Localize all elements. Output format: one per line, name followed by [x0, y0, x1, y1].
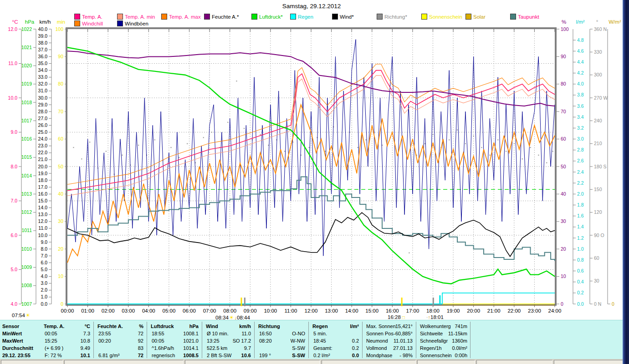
axis-tick-label: 24.0: [38, 136, 48, 142]
table-cell-value: O-NO: [258, 331, 305, 338]
axis-tick-label: 32.0: [38, 81, 48, 86]
info-value: 27.01.13: [366, 345, 413, 352]
x-axis-label: 24:00: [548, 308, 562, 313]
axis-tick-label: 3.0: [41, 280, 47, 286]
axis-tick-label: 0: [612, 301, 614, 307]
table-cell-value: 92: [97, 338, 143, 345]
axis-tick-label: 1013: [21, 191, 32, 197]
series-richtung-dot: [465, 143, 466, 144]
x-axis-label: 04:00: [142, 308, 155, 313]
series-richtung-dot: [497, 139, 498, 140]
table-separator: [470, 322, 470, 358]
axis-header-min: min: [57, 19, 66, 25]
axis-tick-label: 15.0: [38, 198, 48, 203]
axis-tick-label: 2.6: [577, 158, 584, 163]
axis-header-l-m: l/m²: [576, 19, 584, 25]
axis-tick-label: 1020: [21, 63, 32, 68]
series-richtung-dot: [106, 151, 107, 152]
axis-tick-label: 7.0: [10, 198, 17, 203]
x-axis-label: 00:00: [61, 308, 74, 313]
table-cell-value: [312, 331, 359, 338]
x-axis-label: 22:00: [507, 308, 521, 313]
axis-tick-label: 11.0: [38, 225, 47, 231]
table-col-unit: km/h: [206, 324, 251, 330]
axis-tick-label: 28.0: [38, 109, 48, 114]
x-axis-label: 12:00: [305, 308, 318, 313]
axis-tick-label: 40.0: [38, 26, 48, 32]
axis-tick-label: 60: [58, 136, 63, 142]
series-richtung-dot: [227, 122, 228, 123]
axis-tick-label: 6.0: [10, 233, 17, 238]
axis-tick-label: 10: [561, 273, 566, 279]
window-right-border: [623, 0, 629, 364]
table-cell-value: S-SW: [258, 353, 305, 359]
axis-header-: %: [562, 19, 566, 25]
event-tick: [244, 298, 245, 306]
info-value: 15,421°: [366, 324, 413, 330]
axis-tick-label: 90: [58, 54, 63, 59]
table-cell-value: 72: [97, 331, 143, 338]
axis-tick-label: 30: [561, 218, 566, 224]
x-axis-label: 14:00: [345, 308, 358, 313]
status-bar: [0, 359, 623, 364]
axis-tick-label: 60: [594, 255, 599, 261]
weather-chart: 00:0001:0002:0003:0004:0005:0006:0007:00…: [0, 0, 629, 323]
sunset-annotation: 16:28□: [388, 314, 405, 320]
axis-tick-label: 0.4: [577, 279, 584, 284]
x-axis-label: 03:00: [122, 308, 135, 313]
axis-header-km-h: km/h: [40, 19, 51, 25]
axis-tick-label: 90 O: [594, 233, 604, 238]
axis-tick-label: 100: [55, 26, 63, 32]
axis-tick-label: 1018: [21, 100, 32, 105]
axis-tick-label: 1009: [21, 264, 32, 270]
series-richtung-dot: [325, 151, 326, 152]
info-value: 0.0l/m²: [420, 345, 467, 352]
axis-tick-label: 0: [61, 301, 63, 307]
axis-tick-label: 4.2: [577, 70, 584, 76]
axis-tick-label: 1022: [21, 26, 32, 32]
series-richtung-dot: [179, 157, 179, 158]
axis-tick-label: 50: [561, 164, 566, 169]
moonrise-annotation: ▫↑18:01: [426, 314, 444, 320]
series-richtung-dot: [530, 147, 531, 148]
axis-tick-label: 0 N: [594, 301, 601, 307]
series-richtung-dot: [236, 81, 237, 81]
table-row-label: Durchschnitt: [2, 345, 41, 352]
table-cell-value: 11.0: [206, 331, 251, 338]
axis-tick-label: 9.0: [41, 239, 47, 245]
info-value: 11.01.13: [366, 338, 413, 345]
axis-tick-label: 36.0: [38, 54, 48, 59]
axis-tick-label: 6.0: [41, 260, 47, 265]
x-axis-label: 21:00: [487, 308, 501, 313]
sun-icon: ☀: [25, 312, 31, 318]
axis-tick-label: 23.0: [38, 143, 48, 148]
axis-tick-label: 1.4: [577, 224, 584, 229]
axis-tick-label: 30: [594, 278, 599, 283]
axis-tick-label: 360 N: [594, 26, 607, 32]
table-cell-value: 10.6: [206, 353, 251, 359]
series-richtung-dot: [211, 132, 212, 133]
info-value: -60,885°: [366, 331, 413, 338]
table-row-label: 29.12. 23:55: [2, 353, 41, 359]
axis-tick-label: 30.0: [38, 95, 48, 101]
table-separator: [416, 322, 416, 358]
table-col-unit: hPa: [151, 324, 199, 330]
sunrise-annotation: 07:54☀: [12, 312, 31, 318]
table-cell-value: 0.2: [312, 345, 359, 352]
axis-tick-label: 2.0: [577, 191, 584, 197]
table-row-label: MinWert: [2, 331, 41, 338]
series-richtung-dot: [552, 151, 553, 152]
axis-tick-label: 180 S: [594, 164, 606, 169]
plot-border: [66, 27, 557, 29]
weather-app-window: Samstag, 29.12.2012 Temp. A.Temp. A. min…: [0, 0, 629, 364]
event-tick: [401, 298, 403, 306]
x-axis-label: 07:00: [203, 308, 216, 313]
axis-tick-label: 1016: [21, 136, 32, 142]
table-cell-value: 7.3: [44, 331, 90, 338]
x-axis-label: 11:00: [284, 308, 297, 313]
table-cell-value: 10.1: [44, 353, 90, 359]
axis-tick-label: 31.0: [38, 88, 48, 93]
table-separator: [147, 322, 147, 358]
x-axis-label: 10:00: [264, 308, 277, 313]
axis-tick-label: 3.4: [577, 114, 584, 120]
